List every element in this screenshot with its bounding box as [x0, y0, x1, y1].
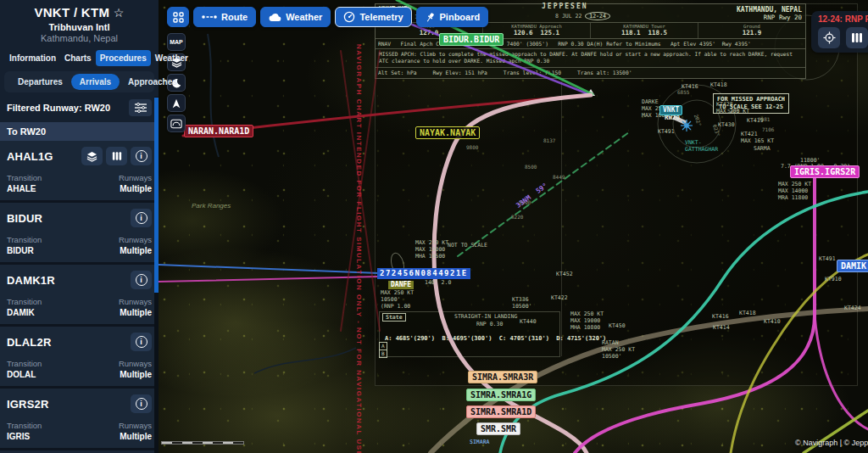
transition-label: Transition [7, 421, 42, 430]
map-toolbar: Route Weather Telemetry Pinboard [167, 7, 488, 27]
selected-chart-badge: 12-24: RNP R [818, 14, 868, 24]
bidur-bidur-map-label[interactable]: BIDUR.BIDUR [439, 33, 504, 46]
sidebar: VNKT / KTM ☆ Tribhuvan Intl Kathmandu, N… [0, 0, 159, 453]
airport-name: Tribhuvan Intl [7, 22, 152, 32]
runways-value: Multiple [119, 184, 152, 193]
weather-button[interactable]: Weather [260, 7, 331, 27]
filter-settings-button[interactable] [129, 99, 152, 116]
tab-charts[interactable]: Charts [60, 50, 96, 66]
map-layers-menu-button[interactable]: MAP [167, 33, 186, 51]
smr-smr-map-label[interactable]: SMR.SMR [476, 422, 520, 435]
crosshair-icon [823, 31, 836, 44]
orientation-button[interactable] [167, 94, 186, 112]
info-icon: i [136, 398, 147, 410]
subtab-departures[interactable]: Departures [9, 74, 71, 90]
info-icon: i [136, 212, 147, 224]
arrival-list-item[interactable]: IGRS2R i Transition IGRIS Runways Multip… [0, 389, 159, 448]
transition-value: DOLAL [7, 370, 42, 379]
tab-weather[interactable]: Weather [151, 50, 192, 66]
show-on-map-button[interactable] [81, 147, 103, 165]
widgets-grid-button[interactable] [167, 7, 189, 27]
chart-date: 8 JUL 22 12-24 [555, 13, 610, 21]
transition-label: Transition [7, 235, 42, 244]
map-attribution: © Navigraph | © Jeppesen [795, 439, 868, 447]
location-arrow-icon [171, 98, 181, 109]
tab-bar: Information Charts Procedures Weather [0, 45, 159, 70]
pinboard-button[interactable]: Pinboard [416, 7, 489, 27]
runway-filter-row: Filtered Runway: RW20 [0, 92, 159, 122]
runway-section-header: To RW20 [0, 122, 159, 141]
chart-altimeter-row: Alt Set: hPa Rwy Elev: 151 hPa Trans lev… [376, 67, 805, 78]
arrival-list-item[interactable]: BIDUR i Transition BIDUR Runways Multipl… [0, 203, 159, 262]
terrain-profile-button[interactable] [167, 115, 186, 132]
grid-icon [173, 12, 184, 23]
procedure-name: DAMK1R [7, 274, 55, 287]
sidebar-scrollbar-thumb[interactable] [154, 98, 159, 293]
info-icon: i [136, 150, 147, 162]
arrival-list-item[interactable]: AHAL1G i [0, 141, 159, 200]
transition-label: Transition [7, 297, 42, 306]
procedure-info-button[interactable]: i [131, 333, 152, 351]
pushpin-icon [425, 12, 436, 23]
gauge-icon [343, 11, 355, 23]
tab-information[interactable]: Information [5, 50, 60, 66]
chart-panels-button[interactable] [846, 27, 868, 48]
favorite-star-icon[interactable]: ☆ [114, 6, 125, 20]
procedure-type-bar: Departures Arrivals Approaches [4, 71, 154, 92]
arrival-list: AHAL1G i [0, 141, 159, 453]
map-scale-bar [161, 441, 244, 445]
selected-chart-panel: 12-24: RNP R [811, 11, 868, 53]
pinboard-button-label: Pinboard [440, 12, 481, 22]
chart-minimums-box [379, 311, 560, 357]
info-icon: i [136, 336, 147, 348]
procedure-info-button[interactable]: i [131, 147, 152, 165]
info-icon: i [136, 274, 147, 286]
runways-value: Multiple [119, 246, 152, 255]
chart-brand: JEPPESEN [542, 3, 588, 10]
procedure-info-button[interactable]: i [131, 271, 152, 289]
arrival-list-item[interactable]: DAMK1R i Transition DAMIK Runways Multip… [0, 265, 159, 324]
transition-value: DAMIK [7, 308, 42, 317]
simra-smra1g-map-label[interactable]: SIMRA.SMRA1G [466, 389, 536, 401]
runways-label: Runways [119, 235, 152, 244]
procedure-name: IGRS2R [7, 398, 49, 411]
runways-label: Runways [119, 173, 152, 182]
runways-label: Runways [119, 359, 152, 368]
columns-icon [851, 32, 863, 43]
route-button-label: Route [221, 12, 248, 22]
app-window: JEPPESEN VNKT/KTM TRIBHUVAN INTL 8 JUL 2… [0, 0, 868, 453]
chart-missed-approach-text: MISSED APCH: Climb to complete the misse… [376, 48, 805, 67]
sidebar-scrollbar[interactable] [154, 97, 159, 453]
sliders-icon [135, 103, 147, 113]
runways-value: Multiple [119, 370, 152, 379]
transition-value: BIDUR [7, 246, 42, 255]
simra-smra3r-map-label[interactable]: SIMRA.SMRA3R [468, 371, 537, 383]
procedure-panels-button[interactable] [106, 147, 127, 165]
runway-filter-label: Filtered Runway: RW20 [7, 103, 110, 113]
procedure-name: AHAL1G [7, 150, 53, 163]
naran-nara1d-map-label[interactable]: NARAN.NARA1D [184, 125, 253, 137]
horizon-icon [170, 119, 182, 129]
chart-city-block: KATHMANDU, NEPAL RNP Rwy 20 [737, 6, 802, 21]
chart-plan-divider [561, 81, 562, 356]
subtab-approaches[interactable]: Approaches [120, 74, 186, 90]
route-button[interactable]: Route [193, 7, 256, 27]
nayak-nayak-map-label[interactable]: NAYAK.NAYAK [415, 126, 480, 139]
runways-label: Runways [119, 421, 152, 430]
layers-icon [86, 151, 97, 162]
damik-map-label[interactable]: DAMIK. [837, 260, 868, 272]
procedure-info-button[interactable]: i [131, 394, 152, 413]
igris-igrs2r-map-label[interactable]: IGRIS.IGRS2R [790, 165, 860, 178]
simra-smra1d-map-label[interactable]: SIMRA.SMRA1D [466, 405, 536, 418]
procedure-name: DLAL2R [7, 336, 51, 349]
subtab-arrivals[interactable]: Arrivals [71, 74, 120, 90]
airport-title: VNKT / KTM ☆ [7, 5, 152, 20]
procedure-info-button[interactable]: i [131, 209, 152, 227]
chart-index-number: 12-24 [585, 12, 610, 20]
runways-label: Runways [119, 297, 152, 306]
telemetry-button[interactable]: Telemetry [335, 7, 411, 27]
tab-procedures[interactable]: Procedures [96, 50, 151, 66]
chart-watermark: NAVIGRAPH CHART INTENDED FOR FLIGHT SIMU… [355, 44, 363, 350]
arrival-list-item[interactable]: DLAL2R i Transition DOLAL Runways Multip… [0, 327, 159, 386]
locate-button[interactable] [818, 27, 840, 48]
